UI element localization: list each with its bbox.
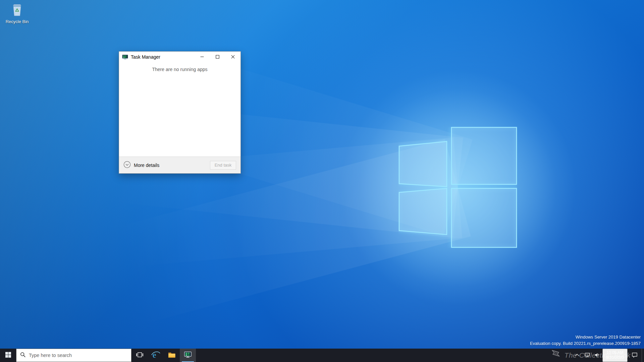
clock-date: 9/20/2020 bbox=[606, 355, 624, 360]
task-manager-app-icon bbox=[122, 54, 128, 60]
system-build-info: Windows Server 2019 Datacenter Evaluatio… bbox=[530, 334, 641, 347]
hidden-icons-button[interactable] bbox=[572, 349, 582, 362]
internet-explorer-icon: e bbox=[151, 350, 160, 360]
volume-icon bbox=[595, 353, 600, 358]
task-manager-titlebar[interactable]: Task Manager bbox=[119, 52, 240, 62]
task-manager-footer: More details End task bbox=[119, 157, 240, 173]
more-details-toggle[interactable]: More details bbox=[123, 161, 159, 169]
close-button[interactable] bbox=[225, 52, 240, 62]
taskbar-clock[interactable]: 10:05 AM 9/20/2020 bbox=[602, 349, 628, 362]
os-build-text: Evaluation copy. Build 20221.rs_prerelea… bbox=[530, 340, 641, 347]
action-center-icon bbox=[632, 352, 638, 359]
task-manager-window: Task Manager bbox=[119, 51, 241, 174]
file-explorer-button[interactable] bbox=[164, 349, 180, 362]
file-explorer-icon bbox=[168, 352, 176, 359]
close-icon bbox=[231, 55, 235, 60]
empty-state-message: There are no running apps bbox=[119, 67, 240, 72]
minimize-icon bbox=[200, 55, 204, 60]
desktop: Recycle Bin Task Manager bbox=[0, 0, 644, 362]
task-manager-taskbar-button[interactable] bbox=[180, 349, 196, 362]
volume-button[interactable] bbox=[592, 349, 602, 362]
internet-explorer-button[interactable]: e bbox=[148, 349, 164, 362]
os-edition-text: Windows Server 2019 Datacenter bbox=[530, 334, 641, 340]
wallpaper-vignette bbox=[0, 0, 644, 362]
task-view-icon bbox=[136, 352, 143, 359]
taskbar-search-box[interactable] bbox=[16, 349, 131, 362]
recycle-bin-icon bbox=[10, 12, 24, 18]
search-icon bbox=[20, 352, 26, 359]
show-desktop-button[interactable] bbox=[642, 349, 644, 362]
recycle-bin-shortcut[interactable]: Recycle Bin bbox=[3, 3, 31, 24]
chevron-up-icon bbox=[575, 353, 580, 358]
wallpaper-logo-glow bbox=[324, 54, 592, 322]
start-button[interactable] bbox=[0, 349, 16, 362]
task-manager-icon bbox=[184, 352, 192, 359]
end-task-button[interactable]: End task bbox=[210, 161, 236, 170]
more-details-label: More details bbox=[134, 163, 159, 168]
clock-time: 10:05 AM bbox=[606, 350, 624, 355]
wallpaper-top-light bbox=[0, 0, 644, 362]
maximize-icon bbox=[216, 55, 219, 60]
network-icon bbox=[585, 353, 590, 358]
network-status-button[interactable] bbox=[582, 349, 592, 362]
windows-hero-logo-icon bbox=[398, 127, 517, 248]
task-view-button[interactable] bbox=[131, 349, 148, 362]
action-center-button[interactable] bbox=[628, 349, 642, 362]
window-title: Task Manager bbox=[131, 54, 160, 60]
taskbar: e bbox=[0, 349, 644, 362]
search-input[interactable] bbox=[29, 353, 127, 358]
windows-start-icon bbox=[5, 352, 11, 359]
running-apps-list: There are no running apps bbox=[119, 62, 240, 72]
maximize-button[interactable] bbox=[210, 52, 225, 62]
system-tray: 10:05 AM 9/20/2020 bbox=[572, 349, 644, 362]
recycle-bin-label: Recycle Bin bbox=[3, 19, 31, 24]
chevron-down-circle-icon bbox=[123, 161, 131, 169]
minimize-button[interactable] bbox=[194, 52, 210, 62]
